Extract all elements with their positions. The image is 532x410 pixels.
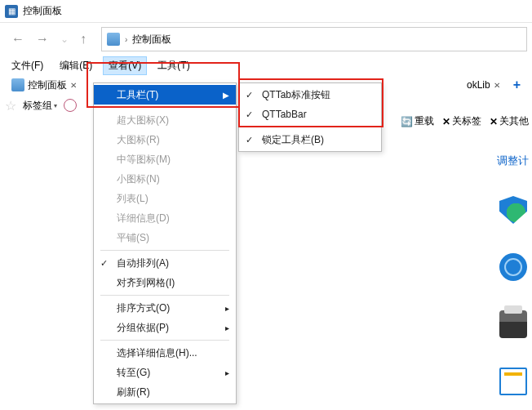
menu-item-xl-icons: 超大图标(X) [94, 110, 236, 130]
separator [100, 295, 229, 296]
label: 转至(G) [117, 366, 150, 380]
close-tab-button[interactable]: ✕关标签 [442, 114, 481, 128]
security-icon[interactable] [499, 196, 527, 224]
reload-button[interactable]: 🔄 重载 [401, 114, 434, 128]
network-icon[interactable] [499, 253, 527, 281]
menu-item-medium-icons: 中等图标(M) [94, 149, 236, 169]
nav-sep: ⌄ [60, 33, 69, 45]
right-tools: 🔄 重载 ✕关标签 ✕关其他 [401, 114, 529, 128]
label: QTTab标准按钮 [262, 88, 330, 102]
menu-item-qttabbar[interactable]: ✓QTTabBar [239, 105, 381, 124]
back-icon[interactable]: ← [11, 32, 24, 47]
check-icon: ✓ [246, 90, 253, 100]
tab-group-button[interactable]: 标签组 ▾ [23, 99, 57, 113]
tab-label: 控制面板 [28, 78, 67, 92]
menu-item-goto[interactable]: 转至(G)▸ [94, 363, 236, 382]
menu-tools[interactable]: 工具(T) [153, 57, 194, 74]
separator [100, 107, 229, 108]
close-icon: ✕ [490, 116, 498, 127]
menu-file[interactable]: 文件(F) [7, 57, 48, 74]
chevron-right-icon: ▸ [225, 368, 229, 377]
close-icon: ✕ [442, 116, 450, 127]
separator [100, 250, 229, 251]
menu-item-qttab-standard[interactable]: ✓QTTab标准按钮 [239, 85, 381, 105]
menu-item-lock-toolbar[interactable]: ✓锁定工具栏(B) [239, 130, 381, 149]
category-icons [499, 196, 527, 395]
menu-item-sort-by[interactable]: 排序方式(O)▸ [94, 298, 236, 318]
history-icon[interactable] [64, 99, 77, 112]
menu-item-choose-details[interactable]: 选择详细信息(H)... [94, 343, 236, 363]
label: 工具栏(T) [117, 88, 158, 102]
tab-label: okLib [467, 79, 490, 91]
tab-icon [11, 78, 24, 91]
reload-label: 重载 [415, 114, 434, 128]
menu-item-large-icons: 大图标(R) [94, 130, 236, 149]
chevron-right-icon: ▶ [223, 91, 229, 100]
toolbar-submenu: ✓QTTab标准按钮 ✓QTTabBar ✓锁定工具栏(B) [238, 82, 382, 152]
label: 锁定工具栏(B) [262, 133, 324, 147]
nav-row: ← → ⌄ ↑ › 控制面板 [0, 23, 532, 56]
forward-icon[interactable]: → [36, 32, 49, 47]
menu-item-small-icons: 小图标(N) [94, 169, 236, 189]
breadcrumb-root[interactable]: 控制面板 [132, 33, 171, 47]
close-others-label: 关其他 [499, 114, 529, 128]
menu-edit[interactable]: 编辑(E) [55, 57, 97, 74]
menu-item-align-grid[interactable]: 对齐到网格(I) [94, 273, 236, 292]
separator [246, 127, 375, 127]
label: QTTabBar [262, 109, 307, 120]
chevron-right-icon: ▸ [225, 304, 229, 313]
chevron-right-icon: ▸ [225, 323, 229, 332]
check-icon: ✓ [100, 258, 108, 269]
close-icon[interactable]: ✕ [70, 81, 77, 90]
app-icon: ▦ [5, 5, 18, 18]
check-icon: ✓ [246, 109, 253, 120]
menu-item-tiles: 平铺(S) [94, 228, 236, 247]
close-tab-label: 关标签 [452, 114, 481, 128]
view-dropdown: 工具栏(T)▶ 超大图标(X) 大图标(R) 中等图标(M) 小图标(N) 列表… [93, 82, 237, 404]
menu-item-toolbar[interactable]: 工具栏(T)▶ [94, 85, 236, 105]
menu-item-auto-arrange[interactable]: ✓自动排列(A) [94, 253, 236, 273]
devices-printers-icon[interactable] [499, 310, 527, 338]
programs-icon[interactable] [499, 368, 527, 395]
chevron-down-icon: ▾ [54, 102, 57, 109]
star-icon[interactable]: ☆ [5, 98, 16, 114]
label: 分组依据(P) [117, 321, 169, 335]
close-others-button[interactable]: ✕关其他 [490, 114, 529, 128]
tab-oklib[interactable]: okLib ✕ [462, 78, 505, 92]
title-bar: ▦ 控制面板 [0, 0, 532, 23]
tab-control-panel[interactable]: 控制面板 ✕ [7, 77, 82, 94]
address-bar[interactable]: › 控制面板 [101, 27, 527, 51]
menu-item-list: 列表(L) [94, 189, 236, 208]
chevron-right-icon: › [125, 35, 127, 44]
menu-item-refresh[interactable]: 刷新(R) [94, 382, 236, 402]
up-icon[interactable]: ↑ [80, 32, 86, 47]
menu-item-details: 详细信息(D) [94, 208, 236, 228]
label: 自动排列(A) [117, 256, 169, 270]
menu-bar: 文件(F) 编辑(E) 查看(V) 工具(T) [0, 56, 532, 75]
label: 排序方式(O) [117, 301, 170, 315]
close-icon[interactable]: ✕ [494, 81, 500, 90]
tab-group-label: 标签组 [23, 99, 52, 113]
menu-item-group-by[interactable]: 分组依据(P)▸ [94, 318, 236, 337]
check-icon: ✓ [246, 135, 253, 145]
menu-view[interactable]: 查看(V) [104, 57, 146, 74]
location-icon [107, 33, 120, 46]
adjust-link[interactable]: 调整计 [497, 154, 529, 168]
separator [100, 340, 229, 341]
window-title: 控制面板 [23, 4, 62, 18]
nav-arrows: ← → ⌄ ↑ [5, 32, 93, 47]
new-tab-button[interactable]: + [508, 78, 525, 92]
